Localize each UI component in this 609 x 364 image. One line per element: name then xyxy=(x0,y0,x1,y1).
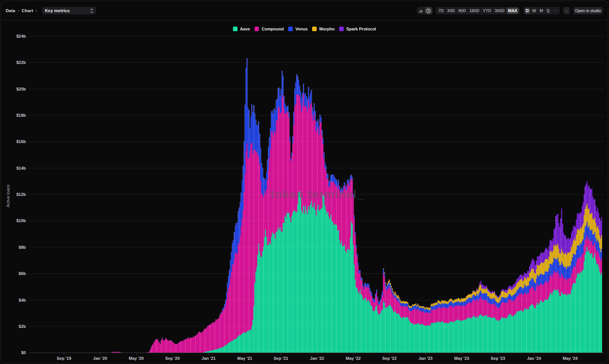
svg-text:Jan '24: Jan '24 xyxy=(527,356,542,361)
svg-text:Sep '19: Sep '19 xyxy=(57,356,71,361)
svg-text:$12b: $12b xyxy=(16,192,26,197)
svg-text:Sep '22: Sep '22 xyxy=(382,356,397,361)
svg-text:May '23: May '23 xyxy=(454,356,469,361)
svg-text:Jan '21: Jan '21 xyxy=(202,356,216,361)
svg-text:$8b: $8b xyxy=(19,245,26,250)
svg-text:May '24: May '24 xyxy=(563,356,578,361)
svg-text:$18b: $18b xyxy=(16,113,26,118)
svg-text:$24b: $24b xyxy=(16,34,26,38)
svg-text:Active loans: Active loans xyxy=(6,184,10,207)
svg-text:$2b: $2b xyxy=(19,324,26,329)
svg-text:Jan '20: Jan '20 xyxy=(93,356,107,361)
svg-text:Sep '23: Sep '23 xyxy=(491,356,505,361)
svg-text:$0: $0 xyxy=(21,350,26,355)
svg-text:$22b: $22b xyxy=(16,60,26,65)
svg-text:$14b: $14b xyxy=(16,166,26,170)
svg-text:Jan '23: Jan '23 xyxy=(419,356,433,361)
svg-text:Sep '20: Sep '20 xyxy=(165,356,180,361)
svg-text:Sep '21: Sep '21 xyxy=(274,356,288,361)
svg-text:May '21: May '21 xyxy=(237,356,252,361)
svg-text:May '20: May '20 xyxy=(129,356,143,361)
svg-text:$4b: $4b xyxy=(19,298,26,302)
svg-text:May '22: May '22 xyxy=(346,356,360,361)
svg-text:$20b: $20b xyxy=(16,87,26,91)
svg-text:$6b: $6b xyxy=(19,271,26,276)
svg-text:$16b: $16b xyxy=(16,139,26,144)
svg-text:$10b: $10b xyxy=(16,218,26,223)
svg-text:Jan '22: Jan '22 xyxy=(310,356,324,361)
